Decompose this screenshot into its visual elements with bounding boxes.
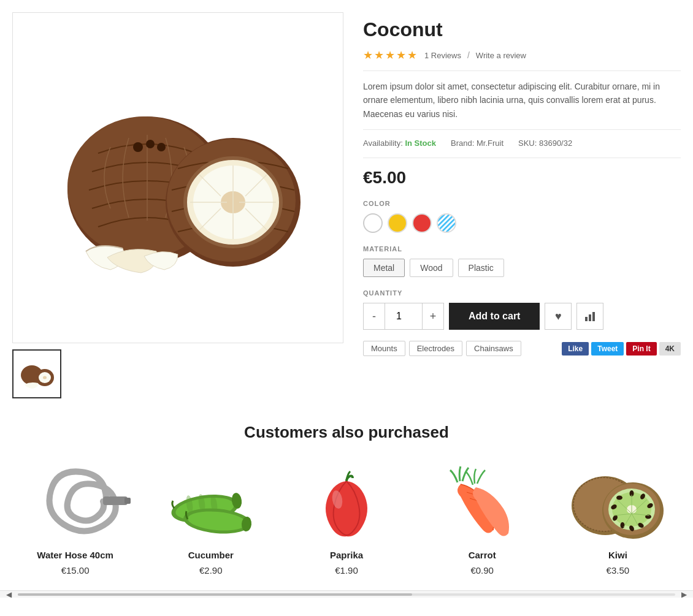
product-card-carrot: Carrot €0.90 [419, 457, 545, 576]
qty-input[interactable] [385, 303, 422, 330]
write-review-link[interactable]: Write a review [476, 51, 526, 60]
scroll-left-arrow[interactable]: ◀ [6, 590, 12, 598]
product-description: Lorem ipsum dolor sit amet, consectetur … [363, 80, 681, 130]
scrollbar-area: ◀ ▶ [0, 590, 693, 598]
svg-point-55 [616, 496, 622, 500]
availability-value: In Stock [405, 139, 436, 148]
kiwi-image [562, 457, 673, 542]
star-rating: ★★★★★ [363, 48, 418, 62]
quantity-label: QUANTITY [363, 289, 681, 297]
color-swatch-yellow[interactable] [388, 213, 407, 233]
tag-mounts[interactable]: Mounts [363, 341, 405, 356]
social-buttons: Like Tweet Pin It 4K [562, 342, 681, 356]
svg-rect-26 [103, 496, 128, 505]
paprika-name: Paprika [330, 550, 363, 560]
water-hose-image [20, 457, 131, 542]
kiwi-price: €3.50 [607, 565, 630, 576]
svg-point-22 [43, 376, 47, 379]
color-swatch-red[interactable] [412, 213, 432, 233]
wishlist-button[interactable]: ♥ [545, 303, 572, 330]
paprika-price: €1.90 [335, 565, 358, 576]
thumbnail-1[interactable] [12, 349, 61, 398]
paprika-image [291, 457, 402, 542]
qty-minus-button[interactable]: - [363, 303, 385, 330]
svg-rect-24 [589, 314, 591, 321]
social-count: 4K [659, 342, 681, 356]
product-section: Coconut ★★★★★ 1 Reviews / Write a review… [0, 0, 693, 411]
product-card-kiwi: Kiwi €3.50 [555, 457, 681, 576]
products-grid: Water Hose 40cm €15.00 [12, 457, 681, 576]
product-info: Coconut ★★★★★ 1 Reviews / Write a review… [363, 12, 681, 398]
sku-label: SKU: 83690/32 [518, 139, 572, 148]
svg-rect-27 [124, 498, 131, 504]
carrot-image [427, 457, 537, 542]
divider: / [467, 50, 470, 60]
reviews-row: ★★★★★ 1 Reviews / Write a review [363, 48, 681, 71]
svg-point-4 [157, 143, 166, 151]
sku-value: 83690/32 [539, 139, 572, 148]
svg-point-2 [133, 142, 143, 152]
product-card-paprika: Paprika €1.90 [283, 457, 409, 576]
also-purchased-title: Customers also purchased [12, 423, 681, 442]
water-hose-name: Water Hose 40cm [37, 550, 113, 560]
coconut-illustration [49, 67, 307, 288]
scroll-thumb [18, 593, 412, 596]
material-section: MATERIAL Metal Wood Plastic [363, 245, 681, 277]
svg-rect-25 [592, 312, 595, 321]
product-card-cucumber: Cucumber €2.90 [148, 457, 274, 576]
tags: Mounts Electrodes Chainsaws [363, 341, 521, 356]
carrot-name: Carrot [469, 550, 496, 560]
tags-social-row: Mounts Electrodes Chainsaws Like Tweet P… [363, 341, 681, 356]
material-label: MATERIAL [363, 245, 681, 253]
color-swatch-blue[interactable] [437, 213, 456, 233]
tweet-button[interactable]: Tweet [591, 342, 624, 356]
color-label: COLOR [363, 200, 681, 207]
add-to-cart-button[interactable]: Add to cart [449, 303, 540, 330]
brand-label: Brand: Mr.Fruit [451, 139, 503, 148]
cucumber-image [156, 457, 266, 542]
also-purchased-section: Customers also purchased Water Hose 40cm… [0, 411, 693, 576]
pinit-button[interactable]: Pin It [626, 342, 656, 356]
material-options: Metal Wood Plastic [363, 259, 681, 277]
svg-point-3 [146, 140, 155, 148]
scroll-track [18, 593, 675, 596]
color-swatch-white[interactable] [363, 213, 383, 233]
cucumber-name: Cucumber [188, 550, 234, 560]
thumbnail-row [12, 349, 343, 398]
meta-row: Availability: In Stock Brand: Mr.Fruit S… [363, 139, 681, 158]
scroll-right-arrow[interactable]: ▶ [681, 590, 687, 598]
action-row: - + Add to cart ♥ [363, 303, 681, 330]
brand-value: Mr.Fruit [477, 139, 503, 148]
availability-label: Availability: In Stock [363, 139, 436, 148]
review-count: 1 Reviews [424, 51, 461, 60]
material-btn-wood[interactable]: Wood [410, 259, 453, 277]
svg-point-52 [621, 522, 625, 528]
compare-button[interactable] [576, 303, 603, 330]
product-card-water-hose: Water Hose 40cm €15.00 [12, 457, 138, 576]
material-btn-metal[interactable]: Metal [363, 259, 405, 277]
carrot-price: €0.90 [470, 565, 494, 576]
svg-rect-23 [585, 317, 588, 321]
product-price: €5.00 [363, 168, 681, 188]
water-hose-price: €15.00 [61, 565, 90, 576]
color-swatches [363, 213, 681, 233]
like-button[interactable]: Like [562, 342, 589, 356]
color-section: COLOR [363, 200, 681, 233]
material-btn-plastic[interactable]: Plastic [458, 259, 504, 277]
main-image [12, 12, 343, 343]
tag-chainsaws[interactable]: Chainsaws [466, 341, 521, 356]
quantity-section: QUANTITY - + Add to cart ♥ [363, 289, 681, 330]
tag-electrodes[interactable]: Electrodes [409, 341, 462, 356]
product-images [12, 12, 343, 398]
cucumber-price: €2.90 [199, 565, 223, 576]
qty-plus-button[interactable]: + [422, 303, 444, 330]
kiwi-name: Kiwi [608, 550, 627, 560]
product-title: Coconut [363, 18, 681, 41]
